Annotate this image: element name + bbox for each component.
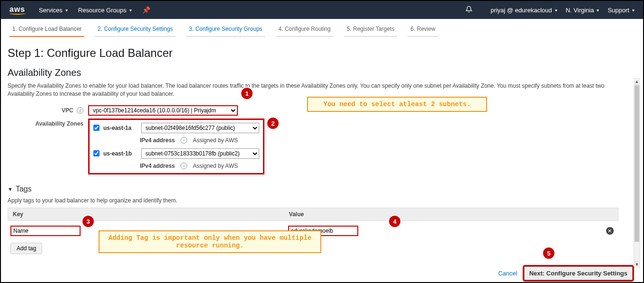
wizard-step-5[interactable]: 5. Register Targets [344, 24, 398, 37]
cancel-button[interactable]: Cancel [498, 270, 517, 277]
az-checkbox-1b[interactable] [93, 150, 100, 156]
info-icon[interactable]: i [181, 137, 187, 144]
subnet-select-1b[interactable]: subnet-0753c18333b0178fb (public2) [141, 148, 259, 159]
th-key: Key [13, 211, 289, 218]
az-form: VPC i vpc-0f137be1214ceda16 (10.0.0.0/16… [8, 105, 633, 174]
services-label: Services [39, 7, 63, 14]
vpc-label-text: VPC [62, 107, 73, 114]
caret-down-icon: ▾ [555, 8, 557, 13]
callout-3: 3 [82, 216, 94, 227]
account-menu[interactable]: priyaj @ edurekacloud ▾ [490, 7, 557, 14]
pin-icon[interactable]: 📌 [142, 6, 150, 14]
tags-table-header: Key Value [8, 208, 618, 221]
az-name: us-east-1a [103, 125, 141, 131]
caret-down-icon: ▾ [65, 8, 68, 13]
az-zone-row: us-east-1a subnet-02f498e16fd56c277 (pub… [93, 123, 259, 133]
info-icon[interactable]: i [181, 163, 187, 169]
ipv4-label: IPv4 address [140, 137, 175, 144]
az-row: Availability Zones us-east-1a subnet-02f… [8, 119, 633, 174]
th-value: Value [289, 211, 590, 218]
vpc-label: VPC i [8, 105, 88, 114]
tags-toggle[interactable]: ▼ Tags [8, 185, 633, 193]
az-zone-row: us-east-1b subnet-0753c18333b0178fb (pub… [93, 148, 259, 159]
ipv4-line: IPv4 address i Assigned by AWS [140, 163, 259, 169]
ipv4-value: Assigned by AWS [193, 137, 238, 144]
tag-remove-cell: ✕ [590, 227, 614, 235]
aws-logo-text: aws [9, 5, 25, 13]
scroll-down-icon[interactable]: ▼ [634, 261, 640, 268]
caret-down-icon: ▾ [129, 8, 132, 13]
ipv4-value: Assigned by AWS [193, 163, 238, 169]
region-label: N. Virginia [566, 7, 594, 14]
footer-actions: Cancel Next: Configure Security Settings [498, 266, 633, 280]
support-label: Support [608, 7, 629, 14]
subnet-select-1a[interactable]: subnet-02f498e16fd56c277 (public) [141, 123, 259, 133]
resource-groups-menu[interactable]: Resource Groups ▾ [78, 7, 132, 14]
tags-title: Tags [16, 185, 32, 193]
wizard-steps: 1. Configure Load Balancer 2. Configure … [1, 19, 643, 37]
next-button[interactable]: Next: Configure Security Settings [524, 266, 633, 280]
az-name: us-east-1b [103, 150, 141, 157]
region-menu[interactable]: N. Virginia ▾ [566, 7, 599, 14]
callout-4: 4 [389, 216, 400, 227]
wizard-step-2[interactable]: 2. Configure Security Settings [95, 24, 176, 37]
tag-value-cell [288, 226, 590, 236]
wizard-step-1[interactable]: 1. Configure Load Balancer [9, 24, 84, 37]
triangle-down-icon: ▼ [8, 186, 13, 192]
tags-desc: Apply tags to your load balancer to help… [8, 197, 633, 204]
services-menu[interactable]: Services ▾ [39, 7, 68, 14]
az-section-title: Availability Zones [8, 67, 633, 78]
note-subnets: You need to select atleast 2 subnets. [307, 97, 487, 112]
remove-tag-icon[interactable]: ✕ [606, 227, 614, 235]
notifications-icon[interactable] [465, 6, 472, 14]
tag-key-input[interactable] [10, 226, 81, 236]
info-icon[interactable]: i [77, 107, 83, 114]
add-tag-button[interactable]: Add tag [10, 243, 42, 254]
vpc-select[interactable]: vpc-0f137be1214ceda16 (10.0.0.0/16) | Pr… [88, 105, 238, 116]
page-body: Step 1: Configure Load Balancer Availabi… [1, 37, 643, 283]
wizard-step-4[interactable]: 4. Configure Routing [276, 24, 334, 37]
scrollbar-thumb[interactable] [635, 85, 639, 242]
az-section-desc: Specify the Availability Zones to enable… [8, 82, 619, 99]
scroll-up-icon[interactable]: ▲ [634, 78, 640, 85]
wizard-step-3[interactable]: 3. Configure Security Groups [186, 24, 265, 37]
az-checkbox-1a[interactable] [93, 125, 100, 131]
caret-down-icon: ▾ [632, 8, 635, 13]
caret-down-icon: ▾ [597, 8, 599, 13]
scrollbar[interactable]: ▲ ▼ [634, 84, 640, 262]
callout-2: 2 [267, 118, 279, 129]
az-label: Availability Zones [8, 119, 88, 127]
callout-5: 5 [543, 247, 554, 259]
callout-1: 1 [241, 88, 253, 99]
aws-logo[interactable]: aws [9, 5, 26, 15]
ipv4-label: IPv4 address [140, 163, 175, 169]
resource-groups-label: Resource Groups [78, 7, 127, 14]
az-box: us-east-1a subnet-02f498e16fd56c277 (pub… [88, 119, 264, 174]
note-tags: Adding Tag is important only when you ha… [99, 230, 321, 253]
ipv4-line: IPv4 address i Assigned by AWS [140, 137, 259, 144]
page-title: Step 1: Configure Load Balancer [8, 46, 633, 60]
wizard-step-6[interactable]: 6. Review [408, 24, 438, 37]
account-label: priyaj @ edurekacloud [490, 7, 552, 14]
support-menu[interactable]: Support ▾ [608, 7, 635, 14]
top-nav: aws Services ▾ Resource Groups ▾ 📌 priya… [1, 1, 643, 19]
